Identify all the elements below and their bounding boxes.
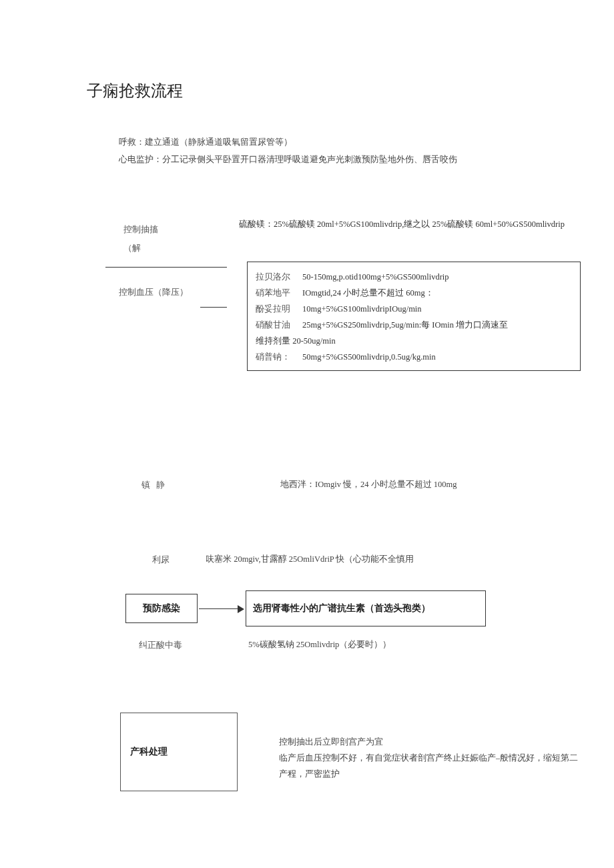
infection-body-box: 选用肾毒性小的广谱抗生素（首选头孢类） xyxy=(246,590,486,626)
acidosis-body: 5%碳酸氢钠 25Omlivdrip（必要时）） xyxy=(248,639,542,650)
obstetric-line-2: 临产后血压控制不好，有自觉症状者剖宫产终止妊娠临产–般情况好，缩短第二产程，严密… xyxy=(279,750,579,782)
bp-drug-val-0: 50-150mg,p.otid100mg+5%GS500mlivdrip xyxy=(302,269,572,285)
bp-drug-val-1: IOmgtid,24 小时总量不超过 60mg： xyxy=(302,285,572,301)
convulsion-label-1: 控制抽搐 xyxy=(123,220,158,239)
arrow-line xyxy=(199,608,239,609)
bp-row-0: 拉贝洛尔 50-150mg,p.otid100mg+5%GS500mlivdri… xyxy=(256,269,572,285)
convulsion-label-2: （解 xyxy=(123,239,158,258)
diuresis-body: 呋塞米 20mgiv,甘露醇 25OmliVdriP 快（心功能不全慎用 xyxy=(206,554,553,565)
bp-drug-val-2: 10mg+5%GS100mlivdripIOug/min xyxy=(302,301,572,317)
intro-line-2: 心电监护：分工记录侧头平卧置开口器清理呼吸道避免声光刺激预防坠地外伤、唇舌咬伤 xyxy=(119,151,566,168)
bp-label: 控制血压（降压） xyxy=(119,287,188,297)
bp-drug-val-last: 50mg+5%GS500mlivdrip,0.5ug/kg.min xyxy=(302,349,572,365)
bp-drug-name-1: 硝苯地平 xyxy=(256,285,302,301)
intro-line-1: 呼救：建立通道（静脉通道吸氧留置尿管等） xyxy=(119,133,566,151)
bp-row-1: 硝苯地平 IOmgtid,24 小时总量不超过 60mg： xyxy=(256,285,572,301)
bp-row-3: 硝酸甘油 25mg+5%GS250mlivdrip,5ug/min:每 IOmi… xyxy=(256,317,572,333)
obstetric-label-box: 产科处理 xyxy=(120,713,238,791)
bp-drug-name-0: 拉贝洛尔 xyxy=(256,269,302,285)
intro-block: 呼救：建立通道（静脉通道吸氧留置尿管等） 心电监护：分工记录侧头平卧置开口器清理… xyxy=(119,133,566,168)
bp-maintain: 维持剂量 20-50ug/min xyxy=(256,333,572,349)
sedation-body: 地西泮：IOmgiv 慢，24 小时总量不超过 100mg xyxy=(280,479,574,490)
bp-row-last: 硝普钠： 50mg+5%GS500mlivdrip,0.5ug/kg.min xyxy=(256,349,572,365)
bp-drug-val-3: 25mg+5%GS250mlivdrip,5ug/min:每 IOmin 增力口… xyxy=(302,317,572,333)
obstetric-label: 产科处理 xyxy=(130,746,168,758)
page-title: 子痫抢救流程 xyxy=(87,80,183,101)
convulsion-body: 硫酸镁：25%硫酸镁 20ml+5%GS100mlivdrip,继之以 25%硫… xyxy=(239,219,599,230)
bp-drug-box: 拉贝洛尔 50-150mg,p.otid100mg+5%GS500mlivdri… xyxy=(247,262,581,371)
infection-label: 预防感染 xyxy=(143,602,180,614)
acidosis-label: 纠正酸中毒 xyxy=(139,639,182,651)
convulsion-label: 控制抽搐 （解 xyxy=(123,220,158,258)
sedation-label: 镇 静 xyxy=(141,479,167,491)
bp-drug-name-3: 硝酸甘油 xyxy=(256,317,302,333)
infection-label-box: 预防感染 xyxy=(125,594,198,623)
obstetric-line-1: 控制抽出后立即剖宫产为宜 xyxy=(279,734,579,750)
bp-drug-name-last: 硝普钠： xyxy=(256,349,302,365)
obstetric-body: 控制抽出后立即剖宫产为宜 临产后血压控制不好，有自觉症状者剖宫产终止妊娠临产–般… xyxy=(279,734,579,782)
diuresis-label: 利尿 xyxy=(152,554,170,566)
bp-row-2: 酚妥拉明 10mg+5%GS100mlivdripIOug/min xyxy=(256,301,572,317)
bp-drug-name-2: 酚妥拉明 xyxy=(256,301,302,317)
bp-label-box: 控制血压（降压） xyxy=(105,267,227,320)
infection-body: 选用肾毒性小的广谱抗生素（首选头孢类） xyxy=(253,602,430,614)
arrow-head-icon xyxy=(238,605,244,613)
bp-connector xyxy=(200,307,227,308)
